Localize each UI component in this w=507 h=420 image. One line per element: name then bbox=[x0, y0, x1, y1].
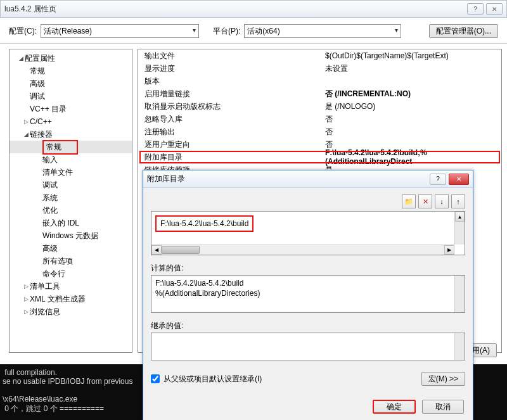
platform-select[interactable]: 活动(x64) bbox=[244, 24, 401, 38]
path-entry[interactable]: F:\lua-5.4.2\lua-5.4.2\build bbox=[155, 215, 254, 232]
dialog-close-button[interactable]: ✕ bbox=[449, 174, 469, 185]
window-title: lua5.4.2 属性页 bbox=[4, 4, 467, 15]
property-row[interactable]: 版本 bbox=[138, 75, 501, 87]
property-value: 否 bbox=[325, 127, 501, 137]
tree-item[interactable]: Windows 元数据 bbox=[10, 229, 132, 242]
property-value: 否 bbox=[325, 114, 501, 125]
scrollbar-vertical[interactable]: ▲ bbox=[454, 212, 465, 245]
scroll-left-icon[interactable]: ◀ bbox=[151, 245, 162, 255]
property-row[interactable]: 注册输出否 bbox=[138, 125, 501, 138]
property-value: 未设置 bbox=[325, 63, 501, 74]
property-value: 是 (/NOLOGO) bbox=[325, 101, 501, 112]
property-key: 版本 bbox=[138, 76, 325, 87]
property-row[interactable]: 取消显示启动版权标志是 (/NOLOGO) bbox=[138, 100, 501, 113]
inherited-values-box bbox=[151, 333, 465, 360]
move-down-icon[interactable]: ↓ bbox=[435, 194, 449, 208]
config-tree[interactable]: ◢配置属性 常规 高级 调试 VC++ 目录 ▷C/C++ ◢链接器 常规 输入… bbox=[9, 49, 132, 353]
scroll-thumb[interactable] bbox=[162, 246, 200, 254]
help-button[interactable]: ? bbox=[467, 3, 484, 15]
tree-item[interactable]: 调试 bbox=[10, 90, 132, 103]
dialog-icon-toolbar: 📁 ✕ ↓ ↑ bbox=[151, 194, 465, 208]
tree-item[interactable]: 所有选项 bbox=[10, 255, 132, 267]
tree-linker[interactable]: ◢链接器 bbox=[10, 128, 132, 141]
additional-lib-dirs-dialog: 附加库目录 ? ✕ 📁 ✕ ↓ ↑ F:\lua-5.4.2\lua-5.4.2… bbox=[143, 170, 473, 420]
tree-item[interactable]: ▷浏览信息 bbox=[10, 305, 132, 318]
scrollbar-vertical[interactable] bbox=[454, 333, 465, 360]
property-row[interactable]: 忽略导入库否 bbox=[138, 113, 501, 125]
tree-item[interactable]: 调试 bbox=[10, 179, 132, 191]
inherited-label: 继承的值: bbox=[151, 321, 465, 331]
dialog-help-button[interactable]: ? bbox=[430, 174, 446, 185]
tree-cc[interactable]: ▷C/C++ bbox=[10, 115, 132, 128]
config-select[interactable]: 活动(Release) bbox=[41, 24, 199, 38]
tree-root[interactable]: ◢配置属性 bbox=[10, 52, 132, 65]
scrollbar-vertical[interactable] bbox=[454, 276, 465, 312]
scroll-right-icon[interactable]: ▶ bbox=[444, 245, 454, 255]
scrollbar-horizontal[interactable]: ◀ ▶ bbox=[151, 245, 454, 255]
tree-item[interactable]: 高级 bbox=[10, 242, 132, 255]
tree-item[interactable]: 清单文件 bbox=[10, 166, 132, 179]
ok-button[interactable]: 确定 bbox=[373, 400, 416, 414]
tree-item[interactable]: 优化 bbox=[10, 204, 132, 217]
tree-item[interactable]: VC++ 目录 bbox=[10, 103, 132, 115]
platform-label: 平台(P): bbox=[213, 26, 240, 37]
tree-item[interactable]: ▷XML 文档生成器 bbox=[10, 293, 132, 305]
computed-values-box: F:\lua-5.4.2\lua-5.4.2\build %(Additiona… bbox=[151, 275, 465, 313]
move-up-icon[interactable]: ↑ bbox=[451, 194, 465, 208]
property-row[interactable]: 附加库目录F:\lua-5.4.2\lua-5.4.2\build;%(Addi… bbox=[138, 151, 501, 163]
dialog-title: 附加库目录 bbox=[147, 174, 430, 184]
property-row[interactable]: 输出文件$(OutDir)$(TargetName)$(TargetExt) bbox=[138, 49, 501, 62]
tree-item[interactable]: 命令行 bbox=[10, 267, 132, 280]
cancel-button[interactable]: 取消 bbox=[422, 400, 464, 414]
property-key: 启用增量链接 bbox=[138, 89, 325, 99]
tree-item[interactable]: 输入 bbox=[10, 153, 132, 166]
tree-item[interactable]: 嵌入的 IDL bbox=[10, 217, 132, 229]
property-row[interactable]: 启用增量链接否 (/INCREMENTAL:NO) bbox=[138, 87, 501, 100]
window-titlebar: lua5.4.2 属性页 ? ✕ bbox=[0, 0, 507, 18]
computed-label: 计算的值: bbox=[151, 263, 465, 274]
property-row[interactable]: 显示进度未设置 bbox=[138, 62, 501, 75]
tree-item[interactable]: ▷清单工具 bbox=[10, 280, 132, 293]
tree-item[interactable]: 高级 bbox=[10, 77, 132, 90]
property-key: 输出文件 bbox=[138, 51, 325, 61]
property-key: 显示进度 bbox=[138, 63, 325, 74]
close-button[interactable]: ✕ bbox=[486, 3, 503, 15]
property-key: 忽略导入库 bbox=[138, 114, 325, 125]
property-key: 注册输出 bbox=[138, 127, 325, 137]
config-manager-button[interactable]: 配置管理器(O)... bbox=[429, 24, 498, 38]
new-folder-icon[interactable]: 📁 bbox=[402, 194, 416, 208]
tree-linker-general[interactable]: 常规 bbox=[10, 141, 132, 153]
config-label: 配置(C): bbox=[9, 26, 37, 37]
scroll-up-icon[interactable]: ▲ bbox=[455, 212, 465, 222]
delete-icon[interactable]: ✕ bbox=[418, 194, 432, 208]
macro-button[interactable]: 宏(M) >> bbox=[421, 372, 465, 386]
dialog-titlebar: 附加库目录 ? ✕ bbox=[143, 170, 473, 188]
tree-item[interactable]: 常规 bbox=[10, 65, 132, 77]
paths-listbox[interactable]: F:\lua-5.4.2\lua-5.4.2\build ▲ ◀ ▶ bbox=[151, 211, 465, 255]
property-value: F:\lua-5.4.2\lua-5.4.2\build;%(Additiona… bbox=[325, 148, 501, 166]
property-key: 逐用户重定向 bbox=[138, 139, 325, 150]
inherit-checkbox[interactable] bbox=[151, 374, 160, 383]
property-key: 取消显示启动版权标志 bbox=[138, 101, 325, 112]
property-value: 否 (/INCREMENTAL:NO) bbox=[325, 89, 501, 99]
config-toolbar: 配置(C): 活动(Release) 平台(P): 活动(x64) 配置管理器(… bbox=[0, 18, 507, 44]
tree-item[interactable]: 系统 bbox=[10, 191, 132, 204]
inherit-label: 从父级或项目默认设置继承(I) bbox=[164, 374, 262, 385]
property-key: 附加库目录 bbox=[138, 152, 325, 163]
property-value: $(OutDir)$(TargetName)$(TargetExt) bbox=[325, 51, 501, 60]
dialog-footer: 确定 取消 bbox=[143, 393, 473, 420]
